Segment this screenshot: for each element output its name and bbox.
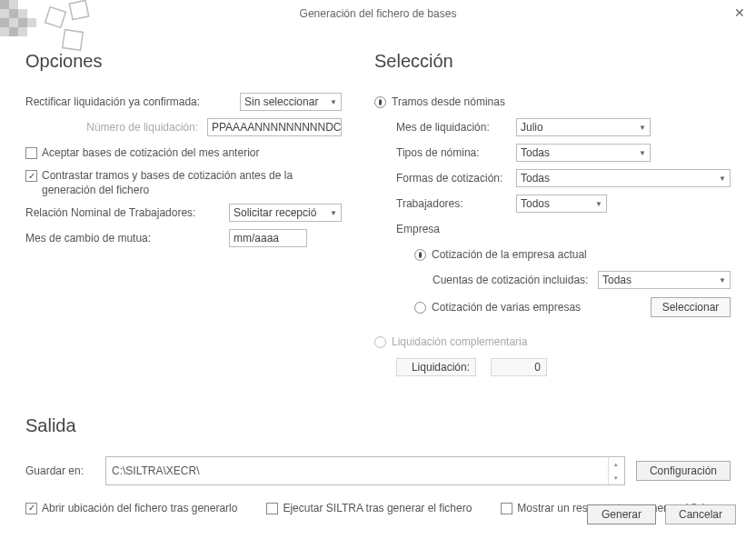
trab-select[interactable]: Todos ▼ — [516, 195, 607, 213]
cancelar-label: Cancelar — [679, 508, 722, 521]
window-title: Generación del fichero de bases — [300, 7, 457, 20]
contrastar-checkbox[interactable] — [25, 170, 37, 182]
liquidacion-value: 0 — [534, 361, 541, 374]
salida-heading: Salida — [25, 415, 731, 436]
chevron-down-icon: ▼ — [595, 200, 602, 208]
chevron-down-icon: ▼ — [719, 175, 726, 183]
liquidacion-label-box: Liquidación: — [396, 358, 476, 376]
tipos-label: Tipos de nómina: — [396, 146, 516, 159]
close-icon[interactable]: ✕ — [734, 5, 745, 20]
rectificar-select[interactable]: Sin seleccionar ▼ — [240, 93, 342, 111]
mes-mutua-label: Mes de cambio de mutua: — [25, 232, 229, 245]
guardar-label: Guardar en: — [25, 464, 94, 477]
formas-value: Todas — [521, 172, 550, 185]
num-liquidacion-input[interactable]: PPAAAANNNNNNNNNDC — [207, 118, 342, 136]
trab-value: Todos — [521, 197, 550, 210]
cot-varias-label: Cotización de varias empresas — [432, 301, 651, 314]
aceptar-bases-label: Aceptar bases de cotización del mes ante… — [42, 146, 259, 159]
contrastar-label: Contrastar tramos y bases de cotización … — [42, 168, 323, 197]
num-liquidacion-placeholder: PPAAAANNNNNNNNNDC — [212, 121, 341, 134]
cuentas-value: Todas — [602, 274, 632, 286]
guardar-value: C:\SILTRA\XECR\ — [106, 457, 608, 484]
rectificar-label: Rectificar liquidación ya confirmada: — [25, 95, 240, 108]
chevron-down-icon: ▼ — [719, 276, 726, 284]
abrir-ubicacion-label: Abrir ubicación del fichero tras generar… — [42, 502, 237, 514]
svg-rect-9 — [0, 27, 9, 36]
cuentas-select[interactable]: Todas ▼ — [598, 271, 731, 289]
liquidacion-value-box: 0 — [491, 358, 547, 376]
rnt-select[interactable]: Solicitar recepció ▼ — [229, 204, 342, 222]
generar-button[interactable]: Generar — [587, 504, 656, 524]
seleccionar-button[interactable]: Seleccionar — [651, 297, 731, 317]
mes-liq-label: Mes de liquidación: — [396, 121, 516, 134]
mes-mutua-placeholder: mm/aaaa — [234, 232, 279, 245]
liquidacion-label: Liquidación: — [412, 361, 470, 374]
chevron-down-icon: ▼ — [330, 98, 337, 106]
ejecutar-siltra-checkbox[interactable] — [266, 503, 278, 514]
svg-rect-14 — [63, 30, 84, 51]
formas-label: Formas de cotización: — [396, 172, 516, 185]
guardar-input[interactable]: C:\SILTRA\XECR\ ▴ ▾ — [105, 456, 625, 485]
seleccionar-label: Seleccionar — [662, 301, 720, 314]
configuracion-button[interactable]: Configuración — [636, 461, 731, 481]
mes-mutua-input[interactable]: mm/aaaa — [229, 229, 307, 247]
num-liquidacion-label: Número de liquidación: — [25, 121, 207, 134]
cot-actual-label: Cotización de la empresa actual — [432, 248, 587, 261]
formas-select[interactable]: Todas ▼ — [516, 169, 731, 187]
tramos-radio[interactable] — [374, 96, 386, 108]
configuracion-label: Configuración — [650, 464, 717, 477]
opciones-heading: Opciones — [25, 51, 342, 72]
mostrar-resumen-checkbox[interactable] — [501, 503, 512, 514]
trab-label: Trabajadores: — [396, 197, 516, 210]
cot-actual-radio[interactable] — [414, 249, 426, 261]
cuentas-label: Cuentas de cotización incluidas: — [433, 274, 598, 286]
abrir-ubicacion-checkbox[interactable] — [25, 503, 37, 514]
empresa-label: Empresa — [396, 223, 440, 235]
liq-comp-label: Liquidación complementaria — [392, 335, 527, 348]
liq-comp-radio[interactable] — [374, 336, 386, 348]
chevron-down-icon: ▼ — [639, 124, 646, 132]
tipos-select[interactable]: Todas ▼ — [516, 144, 651, 162]
seleccion-heading: Selección — [374, 51, 731, 72]
cancelar-button[interactable]: Cancelar — [665, 504, 736, 524]
mes-liq-value: Julio — [521, 121, 543, 134]
rectificar-value: Sin seleccionar — [244, 95, 318, 108]
rnt-value: Solicitar recepció — [234, 206, 316, 219]
spin-down-icon[interactable]: ▾ — [609, 471, 624, 484]
ejecutar-siltra-label: Ejecutar SILTRA tras generar el fichero — [283, 502, 472, 514]
tramos-label: Tramos desde nóminas — [392, 95, 505, 108]
svg-rect-10 — [9, 27, 18, 36]
cot-varias-radio[interactable] — [414, 302, 426, 314]
aceptar-bases-checkbox[interactable] — [25, 147, 37, 159]
spin-up-icon[interactable]: ▴ — [609, 457, 624, 471]
rnt-label: Relación Nominal de Trabajadores: — [25, 206, 229, 219]
tipos-value: Todas — [521, 146, 550, 159]
generar-label: Generar — [602, 508, 642, 521]
chevron-down-icon: ▼ — [330, 209, 337, 217]
chevron-down-icon: ▼ — [639, 149, 646, 157]
svg-rect-11 — [18, 27, 27, 36]
mes-liq-select[interactable]: Julio ▼ — [516, 118, 651, 136]
